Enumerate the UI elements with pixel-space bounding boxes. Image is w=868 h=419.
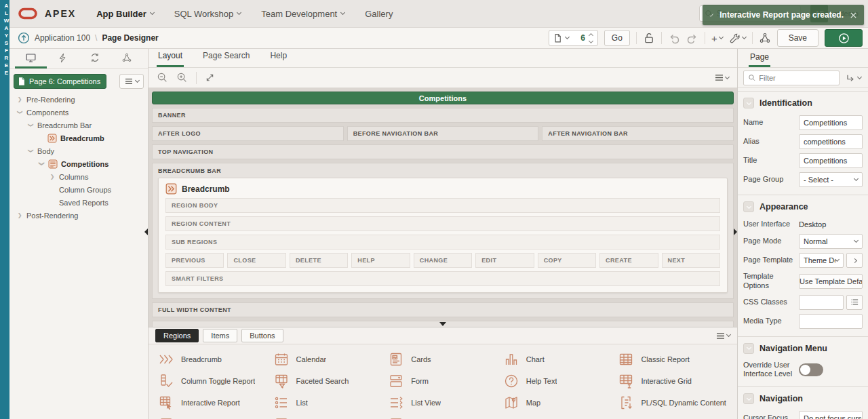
nav-team-development[interactable]: Team Development: [261, 9, 344, 19]
slot-copy[interactable]: COPY: [538, 253, 596, 268]
page-template-select[interactable]: Theme Default: [799, 253, 844, 268]
tree-node-breadcrumb[interactable]: Breadcrumb: [9, 132, 148, 144]
slot-create[interactable]: CREATE: [599, 253, 658, 268]
gallery-item-chart[interactable]: Chart: [503, 348, 613, 370]
slot-close[interactable]: CLOSE: [227, 253, 285, 268]
toast-close-icon[interactable]: [850, 12, 857, 19]
slot-region-body[interactable]: REGION BODY: [165, 198, 720, 213]
page-title-banner[interactable]: Competitions: [152, 92, 734, 104]
slot-after-logo[interactable]: AFTER LOGO: [152, 126, 344, 141]
slot-before-navigation-bar[interactable]: BEFORE NAVIGATION BAR: [347, 126, 539, 141]
tab-help[interactable]: Help: [269, 47, 288, 67]
gallery-item-partial[interactable]: [273, 414, 383, 419]
template-options-button[interactable]: Use Template Defaults: [799, 274, 863, 289]
nav-app-builder[interactable]: App Builder: [96, 9, 154, 19]
css-classes-field[interactable]: [799, 295, 844, 310]
slot-breadcrumb-bar[interactable]: BREADCRUMB BAR Breadcrumb REGION BODY RE…: [152, 163, 734, 299]
nav-gallery[interactable]: Gallery: [365, 9, 393, 19]
gallery-item-list-view[interactable]: List View: [388, 392, 498, 414]
gallery-item-classic-report[interactable]: Classic Report: [618, 348, 728, 370]
layout-menu-button[interactable]: [715, 74, 729, 81]
zoom-out-icon[interactable]: [157, 72, 168, 83]
gallery-item-partial[interactable]: [388, 414, 498, 419]
tree-node-post-rendering[interactable]: ❯Post-Rendering: [9, 209, 148, 222]
gallery-item-map[interactable]: Map: [503, 392, 613, 414]
tree-node-competitions[interactable]: ❯ Competitions: [9, 157, 148, 170]
tree-node-components[interactable]: ❯Components: [9, 106, 148, 119]
gallery-item-breadcrumb[interactable]: Breadcrumb: [158, 348, 268, 370]
create-menu[interactable]: +: [711, 33, 723, 43]
page-group-select[interactable]: - Select -: [799, 172, 863, 187]
tree-menu-button[interactable]: [119, 74, 144, 89]
gallery-item-calendar[interactable]: Calendar: [273, 348, 383, 370]
gallery-item-partial[interactable]: [158, 414, 268, 419]
tab-layout[interactable]: Layout: [157, 47, 184, 67]
collapse-right-panel-handle[interactable]: [734, 228, 737, 235]
collapse-section-button[interactable]: [743, 201, 754, 212]
filter-input[interactable]: [759, 74, 835, 82]
page-selector[interactable]: 6: [549, 30, 598, 46]
slot-sub-regions[interactable]: SUB REGIONS: [165, 235, 720, 250]
tree-node-pre-rendering[interactable]: ❯Pre-Rendering: [9, 93, 148, 106]
slot-banner[interactable]: BANNER: [152, 108, 734, 123]
tab-page-shared-components[interactable]: [111, 49, 142, 68]
apex-logo[interactable]: APEX: [18, 7, 76, 20]
title-field[interactable]: [799, 153, 863, 168]
template-quick-pick-button[interactable]: [846, 253, 863, 268]
slot-next[interactable]: NEXT: [662, 253, 720, 268]
expand-icon[interactable]: [205, 73, 215, 83]
lock-icon[interactable]: [643, 32, 655, 44]
redo-icon[interactable]: [686, 32, 698, 44]
gallery-item-list[interactable]: List: [273, 392, 383, 414]
cursor-focus-select[interactable]: Do not focus cursor: [799, 411, 863, 419]
slot-previous[interactable]: PREVIOUS: [165, 253, 224, 268]
gallery-item-help-text[interactable]: Help Text: [503, 370, 613, 392]
go-to-application-icon[interactable]: [18, 32, 30, 44]
slot-top-navigation[interactable]: TOP NAVIGATION: [152, 144, 734, 159]
page-number[interactable]: 6: [572, 33, 585, 43]
gallery-menu-button[interactable]: [716, 332, 730, 340]
save-button[interactable]: Save: [777, 29, 818, 47]
gallery-item-faceted-search[interactable]: Faceted Search: [273, 370, 383, 392]
undo-icon[interactable]: [668, 32, 680, 44]
tab-page-properties[interactable]: Page: [749, 49, 770, 67]
gallery-item-column-toggle-report[interactable]: Column Toggle Report: [158, 370, 268, 392]
gallery-item-cards[interactable]: Cards: [388, 348, 498, 370]
tree-node-saved-reports[interactable]: Saved Reports: [9, 196, 148, 209]
shared-components-icon[interactable]: [759, 32, 771, 44]
collapse-section-button[interactable]: [743, 98, 754, 108]
slot-edit[interactable]: EDIT: [475, 253, 534, 268]
override-ui-level-toggle[interactable]: [799, 363, 823, 376]
gallery-item-interactive-grid[interactable]: Interactive Grid: [618, 370, 728, 392]
tab-rendering[interactable]: [15, 49, 47, 68]
nav-sql-workshop[interactable]: SQL Workshop: [174, 9, 241, 19]
css-classes-list-button[interactable]: [846, 295, 863, 310]
tab-processing[interactable]: [79, 49, 111, 68]
tree-node-body[interactable]: ❯Body: [9, 144, 148, 157]
gallery-tab-items[interactable]: Items: [203, 329, 237, 342]
breadcrumb-application[interactable]: Application 100: [35, 33, 90, 43]
gallery-tab-regions[interactable]: Regions: [155, 329, 199, 342]
property-filter[interactable]: [743, 71, 840, 85]
tree-node-column-groups[interactable]: Column Groups: [9, 183, 148, 196]
tree-node-breadcrumb-bar[interactable]: ❯Breadcrumb Bar: [9, 119, 148, 132]
slot-change[interactable]: CHANGE: [414, 253, 472, 268]
go-to-group-button[interactable]: [845, 73, 863, 83]
tab-page-search[interactable]: Page Search: [201, 47, 251, 67]
go-button[interactable]: Go: [604, 30, 630, 46]
slot-region-content[interactable]: REGION CONTENT: [165, 216, 720, 231]
name-field[interactable]: [799, 115, 863, 130]
gallery-item-interactive-report[interactable]: Interactive Report: [158, 392, 268, 414]
tree-node-page[interactable]: Page 6: Competitions: [14, 74, 106, 89]
collapse-left-panel-handle[interactable]: [144, 228, 148, 235]
gallery-item-form[interactable]: Form: [388, 370, 498, 392]
slot-delete[interactable]: DELETE: [290, 253, 348, 268]
slot-smart-filters[interactable]: SMART FILTERS: [165, 271, 720, 286]
slot-after-navigation-bar[interactable]: AFTER NAVIGATION BAR: [542, 126, 734, 141]
media-type-field[interactable]: [799, 314, 863, 329]
page-mode-select[interactable]: Normal: [799, 234, 863, 249]
breadcrumb-region[interactable]: Breadcrumb REGION BODY REGION CONTENT SU…: [158, 178, 728, 293]
run-page-button[interactable]: [825, 29, 863, 47]
collapse-section-button[interactable]: [743, 343, 754, 354]
tree-node-columns[interactable]: ❯Columns: [9, 170, 148, 183]
